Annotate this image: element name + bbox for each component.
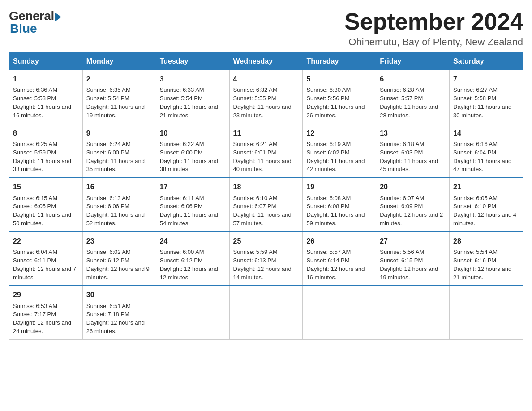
- daylight-text: Daylight: 11 hours and 50 minutes.: [13, 211, 71, 227]
- daylight-text: Daylight: 11 hours and 26 minutes.: [306, 103, 365, 119]
- calendar-cell: 3 Sunrise: 6:33 AM Sunset: 5:54 PM Dayli…: [156, 70, 229, 124]
- day-number: 26: [306, 236, 372, 246]
- sunrise-text: Sunrise: 6:24 AM: [86, 141, 131, 147]
- day-number: 7: [453, 74, 519, 84]
- day-header-saturday: Saturday: [450, 53, 523, 70]
- sunrise-text: Sunrise: 6:13 AM: [86, 195, 131, 201]
- page-header: General Blue September 2024 Ohinemutu, B…: [9, 9, 523, 48]
- day-number: 21: [453, 182, 519, 192]
- calendar-cell: 7 Sunrise: 6:27 AM Sunset: 5:58 PM Dayli…: [450, 70, 523, 124]
- sunset-text: Sunset: 6:05 PM: [13, 203, 56, 210]
- day-number: 25: [233, 236, 299, 246]
- sunset-text: Sunset: 6:15 PM: [380, 257, 423, 264]
- sunrise-text: Sunrise: 6:11 AM: [160, 195, 204, 201]
- calendar-cell: 23 Sunrise: 6:02 AM Sunset: 6:12 PM Dayl…: [82, 232, 156, 286]
- day-headers-row: SundayMondayTuesdayWednesdayThursdayFrid…: [9, 53, 523, 70]
- daylight-text: Daylight: 11 hours and 23 minutes.: [233, 103, 292, 119]
- sunrise-text: Sunrise: 6:19 AM: [306, 141, 351, 147]
- sunrise-text: Sunrise: 6:28 AM: [380, 86, 424, 93]
- sunrise-text: Sunrise: 6:36 AM: [13, 86, 57, 93]
- sunrise-text: Sunrise: 6:53 AM: [13, 303, 57, 309]
- sunset-text: Sunset: 5:54 PM: [86, 95, 129, 102]
- logo: General Blue: [9, 9, 61, 36]
- sunset-text: Sunset: 7:17 PM: [13, 311, 56, 317]
- calendar-cell: 1 Sunrise: 6:36 AM Sunset: 5:53 PM Dayli…: [9, 70, 83, 124]
- daylight-text: Daylight: 11 hours and 52 minutes.: [86, 211, 145, 227]
- day-header-tuesday: Tuesday: [156, 53, 229, 70]
- day-number: 27: [380, 236, 446, 246]
- sunrise-text: Sunrise: 6:07 AM: [380, 195, 424, 201]
- sunset-text: Sunset: 5:55 PM: [233, 95, 276, 102]
- calendar-week-row: 1 Sunrise: 6:36 AM Sunset: 5:53 PM Dayli…: [9, 70, 523, 124]
- sunset-text: Sunset: 5:59 PM: [13, 149, 56, 156]
- daylight-text: Daylight: 11 hours and 33 minutes.: [13, 158, 71, 173]
- calendar-cell: 11 Sunrise: 6:21 AM Sunset: 6:01 PM Dayl…: [229, 124, 303, 178]
- daylight-text: Daylight: 12 hours and 21 minutes.: [453, 265, 511, 281]
- day-number: 9: [86, 128, 152, 138]
- day-number: 16: [86, 182, 152, 192]
- day-number: 14: [453, 128, 519, 138]
- sunset-text: Sunset: 6:03 PM: [380, 149, 423, 156]
- sunrise-text: Sunrise: 5:56 AM: [380, 248, 424, 255]
- calendar-cell: 17 Sunrise: 6:11 AM Sunset: 6:06 PM Dayl…: [156, 178, 229, 232]
- sunset-text: Sunset: 6:12 PM: [86, 257, 129, 264]
- sunset-text: Sunset: 6:09 PM: [380, 203, 423, 210]
- daylight-text: Daylight: 11 hours and 21 minutes.: [160, 103, 218, 119]
- sunset-text: Sunset: 6:00 PM: [86, 149, 129, 156]
- daylight-text: Daylight: 11 hours and 47 minutes.: [453, 158, 511, 173]
- sunset-text: Sunset: 5:58 PM: [453, 95, 496, 102]
- calendar-cell: 16 Sunrise: 6:13 AM Sunset: 6:06 PM Dayl…: [82, 178, 156, 232]
- calendar-cell: 25 Sunrise: 5:59 AM Sunset: 6:13 PM Dayl…: [229, 232, 303, 286]
- calendar-cell: 26 Sunrise: 5:57 AM Sunset: 6:14 PM Dayl…: [303, 232, 376, 286]
- sunset-text: Sunset: 7:18 PM: [86, 311, 129, 317]
- day-number: 1: [13, 74, 79, 84]
- logo-blue-text: Blue: [9, 21, 37, 36]
- day-number: 22: [13, 236, 79, 246]
- calendar-cell: 4 Sunrise: 6:32 AM Sunset: 5:55 PM Dayli…: [229, 70, 303, 124]
- daylight-text: Daylight: 12 hours and 4 minutes.: [453, 211, 516, 227]
- daylight-text: Daylight: 11 hours and 38 minutes.: [160, 158, 218, 173]
- day-number: 3: [160, 74, 226, 84]
- sunrise-text: Sunrise: 6:10 AM: [233, 195, 278, 201]
- calendar-cell: 22 Sunrise: 6:04 AM Sunset: 6:11 PM Dayl…: [9, 232, 83, 286]
- calendar-table: SundayMondayTuesdayWednesdayThursdayFrid…: [9, 52, 523, 340]
- sunset-text: Sunset: 5:53 PM: [13, 95, 56, 102]
- daylight-text: Daylight: 11 hours and 28 minutes.: [380, 103, 438, 119]
- day-number: 5: [306, 74, 372, 84]
- calendar-cell: 15 Sunrise: 6:15 AM Sunset: 6:05 PM Dayl…: [9, 178, 83, 232]
- day-number: 29: [13, 290, 79, 300]
- daylight-text: Daylight: 11 hours and 54 minutes.: [160, 211, 218, 227]
- logo-arrow-icon: [55, 13, 61, 21]
- sunrise-text: Sunrise: 5:59 AM: [233, 248, 278, 255]
- sunrise-text: Sunrise: 6:08 AM: [306, 195, 351, 201]
- calendar-cell: 12 Sunrise: 6:19 AM Sunset: 6:02 PM Dayl…: [303, 124, 376, 178]
- day-header-sunday: Sunday: [9, 53, 83, 70]
- calendar-cell: 28 Sunrise: 5:54 AM Sunset: 6:16 PM Dayl…: [450, 232, 523, 286]
- sunrise-text: Sunrise: 6:18 AM: [380, 141, 424, 147]
- sunrise-text: Sunrise: 6:22 AM: [160, 141, 204, 147]
- sunrise-text: Sunrise: 6:00 AM: [160, 248, 204, 255]
- day-header-friday: Friday: [376, 53, 450, 70]
- sunset-text: Sunset: 6:10 PM: [453, 203, 496, 210]
- day-number: 24: [160, 236, 226, 246]
- calendar-cell: 9 Sunrise: 6:24 AM Sunset: 6:00 PM Dayli…: [82, 124, 156, 178]
- daylight-text: Daylight: 12 hours and 12 minutes.: [160, 265, 218, 281]
- sunrise-text: Sunrise: 6:21 AM: [233, 141, 278, 147]
- calendar-cell: [450, 286, 523, 339]
- day-number: 20: [380, 182, 446, 192]
- daylight-text: Daylight: 11 hours and 45 minutes.: [380, 158, 438, 173]
- sunset-text: Sunset: 6:04 PM: [453, 149, 496, 156]
- calendar-cell: 13 Sunrise: 6:18 AM Sunset: 6:03 PM Dayl…: [376, 124, 450, 178]
- calendar-week-row: 22 Sunrise: 6:04 AM Sunset: 6:11 PM Dayl…: [9, 232, 523, 286]
- sunrise-text: Sunrise: 6:27 AM: [453, 86, 498, 93]
- sunrise-text: Sunrise: 6:35 AM: [86, 86, 131, 93]
- sunset-text: Sunset: 5:54 PM: [160, 95, 203, 102]
- daylight-text: Daylight: 11 hours and 59 minutes.: [306, 211, 365, 227]
- daylight-text: Daylight: 11 hours and 19 minutes.: [86, 103, 145, 119]
- daylight-text: Daylight: 12 hours and 14 minutes.: [233, 265, 292, 281]
- calendar-cell: [229, 286, 303, 339]
- calendar-cell: 21 Sunrise: 6:05 AM Sunset: 6:10 PM Dayl…: [450, 178, 523, 232]
- calendar-cell: 14 Sunrise: 6:16 AM Sunset: 6:04 PM Dayl…: [450, 124, 523, 178]
- location-text: Ohinemutu, Bay of Plenty, New Zealand: [344, 36, 523, 48]
- sunset-text: Sunset: 6:00 PM: [160, 149, 203, 156]
